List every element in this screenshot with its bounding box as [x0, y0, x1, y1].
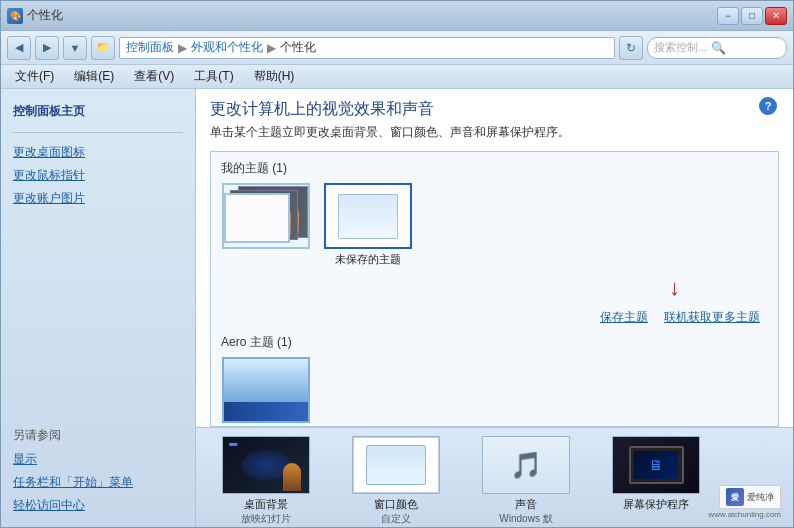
theme-name-unsaved: 未保存的主题 — [335, 252, 401, 267]
sound-label: 声音 — [515, 497, 537, 512]
close-button[interactable]: ✕ — [765, 7, 787, 25]
themes-grid: 未保存的主题 — [221, 183, 768, 267]
sidebar-divider-1 — [13, 132, 183, 133]
watermark-logo-box: 愛 爱纯净 — [719, 485, 781, 509]
main-window: 🎨 个性化 － □ ✕ ◀ ▶ ▼ 📁 控制面板 ▶ 外观和个性化 ▶ 个性化 … — [0, 0, 794, 528]
sidebar-main-link[interactable]: 控制面板主页 — [1, 99, 195, 124]
path-part-1[interactable]: 控制面板 — [126, 39, 174, 56]
window-color-image — [353, 437, 439, 493]
folder-icon: 📁 — [91, 36, 115, 60]
sidebar-link-desktop-icons[interactable]: 更改桌面图标 — [1, 141, 195, 164]
title-bar-left: 🎨 个性化 — [7, 7, 63, 24]
sidebar: 控制面板主页 更改桌面图标 更改鼠标指针 更改账户图片 另请参阅 显示 任务栏和… — [1, 89, 196, 527]
menu-bar: 文件(F) 编辑(E) 查看(V) 工具(T) 帮助(H) — [1, 65, 793, 89]
bottom-strip: ■■■ 桌面背景 放映幻灯片 窗口颜色 自定义 — [196, 427, 793, 527]
address-bar: ◀ ▶ ▼ 📁 控制面板 ▶ 外观和个性化 ▶ 个性化 ↻ 搜索控制... 🔍 — [1, 31, 793, 65]
page-title: 更改计算机上的视觉效果和声音 — [210, 99, 779, 120]
maximize-button[interactable]: □ — [741, 7, 763, 25]
bottom-item-sound[interactable]: 🎵 声音 Windows 默 — [476, 436, 576, 526]
watermark: 愛 爱纯净 www.aichunling.com — [709, 485, 781, 519]
menu-help[interactable]: 帮助(H) — [248, 66, 301, 87]
refresh-button[interactable]: ↻ — [619, 36, 643, 60]
menu-file[interactable]: 文件(F) — [9, 66, 60, 87]
watermark-logo-icon: 愛 — [726, 488, 744, 506]
menu-edit[interactable]: 编辑(E) — [68, 66, 120, 87]
screensaver-label: 屏幕保护程序 — [623, 497, 689, 512]
window-title: 个性化 — [27, 7, 63, 24]
content-panel: ? 更改计算机上的视觉效果和声音 单击某个主题立即更改桌面背景、窗口颜色、声音和… — [196, 89, 793, 527]
window-color-swatch — [366, 445, 426, 485]
screensaver-image: 🖥 — [613, 437, 699, 493]
forward-button[interactable]: ▶ — [35, 36, 59, 60]
screensaver-thumbnail: 🖥 — [612, 436, 700, 494]
sound-sublabel: Windows 默 — [499, 512, 552, 526]
path-sep-1: ▶ — [178, 41, 187, 55]
desktop-bg-image: ■■■ — [223, 437, 309, 493]
sound-thumbnail: 🎵 — [482, 436, 570, 494]
arrow-indicator: ↓ — [669, 275, 680, 301]
desktop-bg-sublabel: 放映幻灯片 — [241, 512, 291, 526]
theme-item-unsaved[interactable]: 未保存的主题 — [323, 183, 413, 267]
bottom-item-desktop-bg[interactable]: ■■■ 桌面背景 放映幻灯片 — [216, 436, 316, 526]
sound-image: 🎵 — [483, 437, 569, 493]
desktop-bg-thumbnail: ■■■ — [222, 436, 310, 494]
window-color-sublabel: 自定义 — [381, 512, 411, 526]
menu-tools[interactable]: 工具(T) — [188, 66, 239, 87]
watermark-brand: 爱纯净 — [747, 491, 774, 504]
window-color-thumbnail — [352, 436, 440, 494]
aero-section-label: Aero 主题 (1) — [221, 334, 768, 351]
themes-scroll-area[interactable]: 我的主题 (1) — [211, 152, 778, 426]
desktop-bg-label: 桌面背景 — [244, 497, 288, 512]
menu-view[interactable]: 查看(V) — [128, 66, 180, 87]
aero-theme-item[interactable] — [221, 357, 311, 423]
window-color-label: 窗口颜色 — [374, 497, 418, 512]
sidebar-link-mouse-pointer[interactable]: 更改鼠标指针 — [1, 164, 195, 187]
search-placeholder: 搜索控制... — [654, 40, 707, 55]
bottom-item-screensaver[interactable]: 🖥 屏幕保护程序 — [606, 436, 706, 512]
screensaver-monitor: 🖥 — [629, 446, 684, 484]
help-icon[interactable]: ? — [759, 97, 777, 115]
window-icon: 🎨 — [7, 8, 23, 24]
bottom-item-window-color[interactable]: 窗口颜色 自定义 — [346, 436, 446, 526]
search-box[interactable]: 搜索控制... 🔍 — [647, 37, 787, 59]
sidebar-link-taskbar[interactable]: 任务栏和「开始」菜单 — [1, 471, 195, 494]
page-subtitle: 单击某个主题立即更改桌面背景、窗口颜色、声音和屏幕保护程序。 — [210, 124, 779, 141]
themes-section-label: 我的主题 (1) — [221, 160, 768, 177]
watermark-url: www.aichunling.com — [709, 510, 781, 519]
sidebar-also-see-label: 另请参阅 — [1, 423, 195, 448]
path-part-3: 个性化 — [280, 39, 316, 56]
title-bar: 🎨 个性化 － □ ✕ — [1, 1, 793, 31]
title-bar-buttons: － □ ✕ — [717, 7, 787, 25]
theme-actions: 保存主题 联机获取更多主题 — [221, 305, 768, 330]
sidebar-link-display[interactable]: 显示 — [1, 448, 195, 471]
address-path[interactable]: 控制面板 ▶ 外观和个性化 ▶ 个性化 — [119, 37, 615, 59]
sidebar-link-accessibility[interactable]: 轻松访问中心 — [1, 494, 195, 517]
main-area: 控制面板主页 更改桌面图标 更改鼠标指针 更改账户图片 另请参阅 显示 任务栏和… — [1, 89, 793, 527]
path-sep-2: ▶ — [267, 41, 276, 55]
aero-themes-grid — [221, 357, 768, 423]
themes-box: 我的主题 (1) — [210, 151, 779, 427]
minimize-button[interactable]: － — [717, 7, 739, 25]
back-button[interactable]: ◀ — [7, 36, 31, 60]
theme-item-stacked[interactable] — [221, 183, 311, 267]
screensaver-screen: 🖥 — [634, 451, 678, 479]
save-theme-link[interactable]: 保存主题 — [600, 309, 648, 326]
content-inner: 更改计算机上的视觉效果和声音 单击某个主题立即更改桌面背景、窗口颜色、声音和屏幕… — [196, 89, 793, 427]
dropdown-button[interactable]: ▼ — [63, 36, 87, 60]
path-part-2[interactable]: 外观和个性化 — [191, 39, 263, 56]
online-themes-link[interactable]: 联机获取更多主题 — [664, 309, 760, 326]
search-icon: 🔍 — [711, 41, 726, 55]
sidebar-link-account-picture[interactable]: 更改账户图片 — [1, 187, 195, 210]
